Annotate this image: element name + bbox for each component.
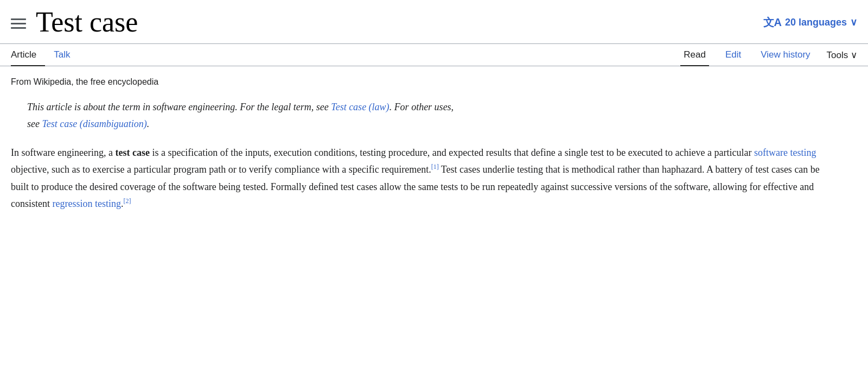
tab-talk[interactable]: Talk bbox=[45, 44, 79, 66]
content-area: From Wikipedia, the free encyclopedia Th… bbox=[0, 66, 846, 223]
tab-read[interactable]: Read bbox=[680, 44, 709, 66]
tab-tools[interactable]: Tools ∨ bbox=[827, 49, 857, 61]
tab-article[interactable]: Article bbox=[11, 44, 45, 66]
main-paragraph: In software engineering, a test case is … bbox=[11, 144, 835, 213]
page-title: Test case bbox=[36, 5, 138, 39]
languages-button[interactable]: 文A 20 languages ∨ bbox=[763, 15, 858, 30]
software-testing-link[interactable]: software testing bbox=[754, 147, 816, 158]
from-wikipedia-text: From Wikipedia, the free encyclopedia bbox=[11, 77, 835, 87]
translate-icon: 文A bbox=[763, 15, 782, 30]
languages-label: 20 languages bbox=[785, 17, 847, 28]
ref-1[interactable]: [1] bbox=[431, 163, 439, 171]
main-text-intro: In software engineering, a test case is … bbox=[11, 147, 754, 158]
hatnote-text-before: This article is about the term in softwa… bbox=[27, 102, 331, 112]
hatnote-link-law[interactable]: Test case (law) bbox=[331, 102, 389, 112]
chevron-down-icon: ∨ bbox=[850, 16, 857, 28]
hatnote: This article is about the term in softwa… bbox=[27, 99, 835, 132]
hatnote-link-disambiguation[interactable]: Test case (disambiguation) bbox=[42, 118, 146, 129]
tab-view-history[interactable]: View history bbox=[757, 44, 813, 66]
hatnote-period: . bbox=[147, 118, 150, 129]
bold-test-case: test case bbox=[115, 147, 149, 158]
page-header: Test case 文A 20 languages ∨ bbox=[0, 0, 868, 44]
tab-edit[interactable]: Edit bbox=[722, 44, 744, 66]
menu-icon[interactable] bbox=[11, 18, 26, 29]
ref-2[interactable]: [2] bbox=[123, 197, 131, 205]
tab-nav-left: Article Talk bbox=[11, 44, 79, 66]
main-text-cont: objective, such as to exercise a particu… bbox=[11, 164, 431, 175]
title-section: Test case bbox=[11, 5, 138, 39]
tab-nav-right: Read Edit View history Tools ∨ bbox=[680, 44, 857, 66]
regression-testing-link[interactable]: regression testing bbox=[53, 198, 121, 209]
tab-navigation: Article Talk Read Edit View history Tool… bbox=[0, 44, 868, 66]
